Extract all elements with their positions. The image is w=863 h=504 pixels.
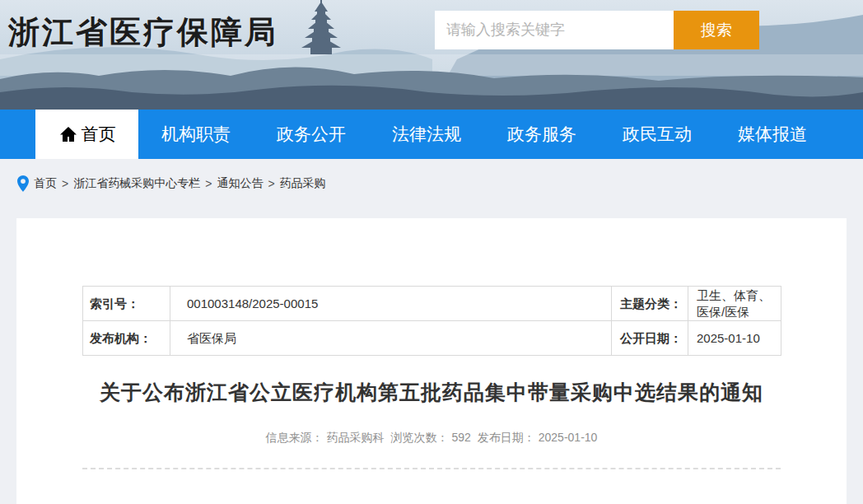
breadcrumb-item-notices[interactable]: 通知公告 <box>217 176 263 191</box>
nav-item-label: 法律法规 <box>392 110 461 159</box>
dashed-divider <box>82 468 781 469</box>
date-value: 2025-01-10 <box>539 431 598 444</box>
nav-item-label: 政务公开 <box>277 110 346 159</box>
page: 浙江省医疗保障局 搜索 首页 机构职责 政务公开 法律法规 政务服务 政民互动 <box>0 0 863 504</box>
nav-item-laws[interactable]: 法律法规 <box>369 110 484 159</box>
article-meta: 信息来源：药品采购科 浏览次数：592 发布日期：2025-01-10 <box>82 431 781 446</box>
location-pin-icon <box>17 175 29 192</box>
nav-item-label: 政民互动 <box>623 110 692 159</box>
publish-date-value: 2025-01-10 <box>688 321 781 356</box>
table-row: 发布机构： 省医保局 公开日期： 2025-01-10 <box>83 321 781 356</box>
search-input[interactable] <box>435 11 674 49</box>
breadcrumb-separator: > <box>62 177 68 190</box>
views-value: 592 <box>452 431 471 444</box>
date-label: 发布日期： <box>478 431 535 444</box>
nav-item-interaction[interactable]: 政民互动 <box>599 110 715 159</box>
topic-category-label: 主题分类： <box>612 287 688 321</box>
home-icon <box>58 124 78 144</box>
index-number-value: 001003148/2025-00015 <box>170 287 612 321</box>
breadcrumb-item-home[interactable]: 首页 <box>34 176 57 191</box>
breadcrumb-separator: > <box>268 177 274 190</box>
issuing-agency-value: 省医保局 <box>170 321 612 356</box>
article-title: 关于公布浙江省公立医疗机构第五批药品集中带量采购中选结果的通知 <box>82 379 781 406</box>
site-title: 浙江省医疗保障局 <box>8 12 278 54</box>
search-box: 搜索 <box>435 11 759 49</box>
topic-category-value: 卫生、体育、医保/医保 <box>688 287 781 321</box>
nav-item-home[interactable]: 首页 <box>35 110 138 159</box>
nav-item-label: 首页 <box>82 110 116 159</box>
nav-item-label: 政务服务 <box>507 110 576 159</box>
article-card: 索引号： 001003148/2025-00015 主题分类： 卫生、体育、医保… <box>16 218 847 504</box>
nav-item-media[interactable]: 媒体报道 <box>715 110 830 159</box>
site-header: 浙江省医疗保障局 搜索 <box>0 0 863 110</box>
nav-item-label: 媒体报道 <box>738 110 807 159</box>
issuing-agency-label: 发布机构： <box>83 321 170 356</box>
breadcrumb-separator: > <box>205 177 212 190</box>
views-label: 浏览次数： <box>391 431 449 444</box>
source-label: 信息来源： <box>266 431 324 444</box>
document-info-table: 索引号： 001003148/2025-00015 主题分类： 卫生、体育、医保… <box>82 286 781 356</box>
source-value: 药品采购科 <box>327 431 385 444</box>
table-row: 索引号： 001003148/2025-00015 主题分类： 卫生、体育、医保… <box>83 287 781 321</box>
nav-item-gov-disclosure[interactable]: 政务公开 <box>254 110 369 159</box>
publish-date-label: 公开日期： <box>612 321 688 356</box>
breadcrumb-item-procurement-center[interactable]: 浙江省药械采购中心专栏 <box>73 176 200 191</box>
breadcrumb-item-drug-procurement[interactable]: 药品采购 <box>280 176 326 191</box>
nav-item-gov-services[interactable]: 政务服务 <box>484 110 599 159</box>
breadcrumb: 首页 > 浙江省药械采购中心专栏 > 通知公告 > 药品采购 <box>0 159 863 194</box>
search-button[interactable]: 搜索 <box>674 11 759 49</box>
nav-item-label: 机构职责 <box>161 110 231 159</box>
main-nav: 首页 机构职责 政务公开 法律法规 政务服务 政民互动 媒体报道 <box>0 110 863 159</box>
index-number-label: 索引号： <box>83 287 170 321</box>
nav-item-duties[interactable]: 机构职责 <box>138 110 254 159</box>
